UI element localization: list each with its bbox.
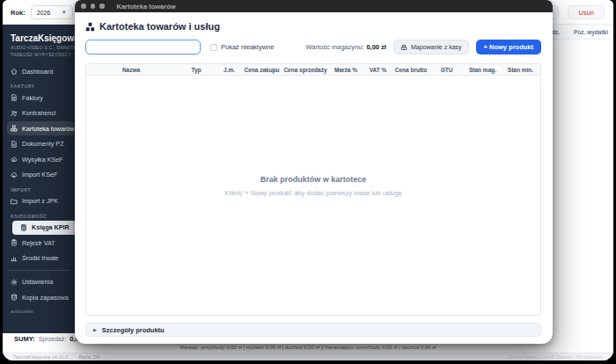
products-table: NazwaTypJ.m.Cena zakupuCena sprzedażyMar… bbox=[85, 63, 541, 316]
sidebar-nav: DashboardFAKTURYFakturyKontrahenciKartot… bbox=[3, 64, 76, 304]
table-column-header[interactable]: Typ bbox=[176, 67, 216, 73]
new-product-label: + Nowy produkt bbox=[484, 43, 533, 51]
sidebar-item-rejestr-vat[interactable]: Rejestr VAT bbox=[7, 236, 76, 250]
sidebar-item-label: Faktury bbox=[22, 94, 43, 102]
chevron-down-icon: ▼ bbox=[62, 10, 67, 15]
products-table-header: NazwaTypJ.m.Cena zakupuCena sprzedażyMar… bbox=[86, 64, 540, 76]
sidebar-divider bbox=[9, 270, 70, 271]
triangle-right-icon: ▶ bbox=[93, 327, 97, 332]
invoice-icon bbox=[11, 94, 18, 101]
sidebar-item-label: Kartoteka towarów bbox=[22, 125, 75, 133]
folder-icon bbox=[11, 198, 18, 205]
empty-state: Brak produktów w kartotece Kliknij '+ No… bbox=[86, 175, 540, 197]
people-icon bbox=[11, 110, 18, 117]
db-status: Baza: OK bbox=[78, 354, 100, 360]
sidebar-item-import-ksef[interactable]: Import KSeF bbox=[7, 168, 76, 182]
table-column-header[interactable]: Cena brutto bbox=[393, 67, 429, 73]
delete-button[interactable]: Usuń bbox=[568, 5, 605, 19]
sales-label: Sprzedaż: bbox=[39, 336, 67, 342]
table-column-header[interactable]: Stan mag. bbox=[465, 67, 501, 73]
document-icon bbox=[11, 141, 18, 148]
gear-icon bbox=[11, 279, 18, 286]
sidebar-item-import-z-jpk[interactable]: Import z JPK bbox=[7, 194, 76, 208]
table-column-header[interactable]: Cena sprzedaży bbox=[282, 67, 329, 73]
home-icon bbox=[11, 68, 18, 75]
sidebar-item-label: Ustawienia bbox=[22, 278, 53, 286]
show-inactive-toggle[interactable]: Pokaż nieaktywne bbox=[210, 43, 274, 51]
window-close-icon[interactable] bbox=[81, 4, 86, 9]
stock-value-label: Wartość magazynu: bbox=[305, 43, 363, 51]
empty-state-subtitle: Kliknij '+ Nowy produkt' aby dodać pierw… bbox=[86, 189, 540, 197]
screen: Rok: 2026 ▼ Edytuj Usuń Wynagrodz. Poz. … bbox=[0, 0, 616, 364]
sidebar-item-ustawienia[interactable]: Ustawienia bbox=[7, 275, 76, 289]
sidebar-item-dokumenty-pz[interactable]: Dokumenty PZ bbox=[7, 137, 76, 151]
company-name-line2: TADEUSZ WYPYSZYŃSCY bbox=[11, 52, 76, 59]
sidebar: TarczaKsięgowa AUDIO-VIDEO S.C., DANUTA … bbox=[3, 25, 76, 333]
window-maximize-icon[interactable] bbox=[99, 4, 105, 9]
sidebar-item-label: Dashboard bbox=[22, 68, 53, 76]
modal-body: Kartoteka towarów i usług Pokaż nieaktyw… bbox=[75, 12, 553, 344]
modal-header: Kartoteka towarów i usług bbox=[85, 21, 541, 32]
modal-titlebar[interactable]: Kartoteka towarów bbox=[75, 0, 553, 12]
sidebar-item-label: Kopia zapasowa bbox=[22, 294, 69, 302]
table-column-header[interactable]: GTU bbox=[429, 67, 465, 73]
app-brand: TarczaKsięgowa bbox=[11, 33, 76, 43]
show-inactive-label: Pokaż nieaktywne bbox=[221, 43, 274, 51]
sidebar-item-dashboard[interactable]: Dashboard bbox=[7, 64, 76, 78]
checkbox-icon[interactable] bbox=[210, 44, 217, 51]
sidebar-footer-user: audiovideo bbox=[11, 309, 76, 314]
table-column-header[interactable]: VAT % bbox=[363, 67, 393, 73]
year-selector-group: Rok: 2026 ▼ bbox=[11, 0, 73, 25]
clipboard-icon bbox=[11, 239, 18, 246]
product-search-input[interactable] bbox=[85, 40, 201, 55]
boxes-icon bbox=[11, 125, 18, 132]
sidebar-item-faktury[interactable]: Faktury bbox=[7, 91, 76, 105]
modal-toolbar: Pokaż nieaktywne Wartość magazynu: 0,00 … bbox=[85, 39, 541, 55]
sidebar-item-label: Import z JPK bbox=[22, 197, 58, 205]
sidebar-item-kartoteka-towarów[interactable]: Kartoteka towarów bbox=[7, 121, 74, 135]
statusbar: TarczaKsięgowa v4.11.0 Baza: OK Ctrl+N N… bbox=[3, 353, 613, 360]
sidebar-item-label: Wysyłka KSeF bbox=[22, 156, 63, 164]
product-details-label: Szczegóły produktu bbox=[102, 326, 165, 334]
kartoteka-modal-window: Kartoteka towarów Kartoteka towarów i us… bbox=[75, 0, 553, 344]
sidebar-item-label: Dokumenty PZ bbox=[22, 140, 64, 148]
sidebar-item-kopia-zapasowa[interactable]: Kopia zapasowa bbox=[7, 290, 76, 304]
cloud-download-icon bbox=[11, 171, 18, 178]
sums-label: SUMY: bbox=[14, 335, 35, 343]
table-column-header[interactable]: Nazwa bbox=[86, 67, 176, 73]
products-table-body: Brak produktów w kartotece Kliknij '+ No… bbox=[86, 76, 540, 315]
sidebar-section-label: KSIĘGOWOŚĆ bbox=[11, 214, 76, 219]
cloud-upload-icon bbox=[11, 156, 18, 163]
new-product-button[interactable]: + Nowy produkt bbox=[476, 40, 541, 55]
database-icon bbox=[11, 294, 18, 301]
table-column-header[interactable]: Stan min. bbox=[501, 67, 540, 73]
year-label: Rok: bbox=[11, 9, 26, 17]
table-column-header[interactable]: Marża % bbox=[329, 67, 363, 73]
sidebar-item-księga-kpir[interactable]: Księga KPIR bbox=[12, 221, 76, 235]
sidebar-section-label: IMPORT bbox=[11, 187, 76, 193]
stock-value: 0,00 zł bbox=[366, 43, 386, 51]
month-summary: Miesiąc: przychody 0,00 zł | wydatki 0,0… bbox=[3, 345, 613, 353]
product-details-expander[interactable]: ▶ Szczegóły produktu bbox=[85, 323, 541, 337]
sidebar-section-label: FAKTURY bbox=[11, 84, 76, 89]
sidebar-item-środki-trwałe[interactable]: Środki trwałe bbox=[7, 251, 76, 266]
modal-window-title: Kartoteka towarów bbox=[117, 3, 176, 11]
table-column-header[interactable]: Cena zakupu bbox=[242, 67, 282, 73]
window-minimize-icon[interactable] bbox=[91, 4, 96, 9]
boxes-icon bbox=[85, 22, 95, 32]
mapping-button-label: Mapowanie z kasy bbox=[411, 44, 462, 50]
ledger-icon bbox=[20, 224, 27, 231]
cash-register-icon bbox=[400, 44, 407, 51]
sidebar-item-label: Księga KPIR bbox=[32, 223, 70, 231]
company-name-line1: AUDIO-VIDEO S.C., DANUTA bbox=[11, 45, 76, 52]
sidebar-item-wysyłka-ksef[interactable]: Wysyłka KSeF bbox=[7, 152, 76, 166]
sidebar-item-kontrahenci[interactable]: Kontrahenci bbox=[7, 106, 76, 120]
month-summary-text: Miesiąc: przychody 0,00 zł | wydatki 0,0… bbox=[180, 345, 436, 350]
year-select[interactable]: 2026 ▼ bbox=[31, 5, 73, 19]
chart-icon bbox=[11, 255, 18, 262]
empty-state-title: Brak produktów w kartotece bbox=[86, 175, 540, 184]
column-header-poz-wydatki: Poz. wydatki bbox=[574, 29, 608, 35]
cash-register-mapping-button[interactable]: Mapowanie z kasy bbox=[393, 40, 469, 55]
table-column-header[interactable]: J.m. bbox=[216, 67, 242, 73]
sidebar-item-label: Import KSeF bbox=[22, 171, 57, 178]
